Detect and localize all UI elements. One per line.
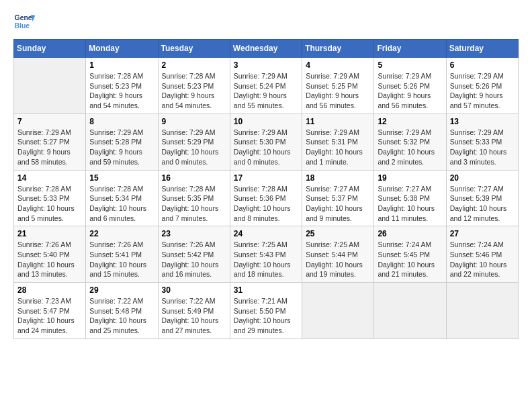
calendar-table: SundayMondayTuesdayWednesdayThursdayFrid… bbox=[13, 39, 519, 339]
calendar-week-row: 28Sunrise: 7:23 AM Sunset: 5:47 PM Dayli… bbox=[14, 283, 519, 339]
calendar-cell: 6Sunrise: 7:29 AM Sunset: 5:26 PM Daylig… bbox=[446, 58, 518, 114]
day-number: 4 bbox=[306, 60, 370, 70]
calendar-cell: 26Sunrise: 7:24 AM Sunset: 5:45 PM Dayli… bbox=[374, 226, 446, 283]
day-of-week-header: Monday bbox=[86, 40, 158, 58]
calendar-cell: 30Sunrise: 7:22 AM Sunset: 5:49 PM Dayli… bbox=[158, 283, 230, 339]
day-info: Sunrise: 7:29 AM Sunset: 5:31 PM Dayligh… bbox=[306, 128, 370, 167]
day-info: Sunrise: 7:29 AM Sunset: 5:33 PM Dayligh… bbox=[450, 128, 515, 167]
calendar-cell: 1Sunrise: 7:28 AM Sunset: 5:23 PM Daylig… bbox=[86, 58, 158, 114]
day-number: 10 bbox=[234, 117, 298, 126]
calendar-cell: 22Sunrise: 7:26 AM Sunset: 5:41 PM Dayli… bbox=[86, 226, 158, 283]
day-info: Sunrise: 7:29 AM Sunset: 5:28 PM Dayligh… bbox=[89, 128, 154, 167]
day-info: Sunrise: 7:23 AM Sunset: 5:47 PM Dayligh… bbox=[17, 296, 82, 336]
day-of-week-header: Tuesday bbox=[158, 40, 230, 58]
calendar-cell: 21Sunrise: 7:26 AM Sunset: 5:40 PM Dayli… bbox=[14, 226, 86, 283]
calendar-week-row: 7Sunrise: 7:29 AM Sunset: 5:27 PM Daylig… bbox=[14, 113, 519, 170]
logo-icon: General Blue bbox=[13, 11, 35, 32]
day-info: Sunrise: 7:29 AM Sunset: 5:27 PM Dayligh… bbox=[17, 128, 82, 167]
day-info: Sunrise: 7:28 AM Sunset: 5:36 PM Dayligh… bbox=[234, 184, 298, 224]
day-number: 17 bbox=[234, 173, 298, 183]
day-info: Sunrise: 7:26 AM Sunset: 5:41 PM Dayligh… bbox=[89, 240, 154, 279]
day-of-week-header: Wednesday bbox=[230, 40, 302, 58]
calendar-cell: 25Sunrise: 7:25 AM Sunset: 5:44 PM Dayli… bbox=[302, 226, 374, 283]
day-number: 7 bbox=[17, 117, 82, 126]
day-number: 25 bbox=[306, 229, 370, 238]
calendar-week-row: 14Sunrise: 7:28 AM Sunset: 5:33 PM Dayli… bbox=[14, 170, 519, 226]
day-info: Sunrise: 7:27 AM Sunset: 5:38 PM Dayligh… bbox=[378, 184, 442, 224]
day-number: 9 bbox=[162, 117, 226, 126]
day-info: Sunrise: 7:29 AM Sunset: 5:32 PM Dayligh… bbox=[378, 128, 442, 167]
day-number: 31 bbox=[234, 285, 298, 295]
day-number: 3 bbox=[234, 60, 298, 70]
calendar-cell: 8Sunrise: 7:29 AM Sunset: 5:28 PM Daylig… bbox=[86, 113, 158, 170]
logo: General Blue bbox=[13, 11, 35, 32]
day-info: Sunrise: 7:26 AM Sunset: 5:40 PM Dayligh… bbox=[17, 240, 82, 279]
day-number: 26 bbox=[378, 229, 442, 238]
calendar-cell: 24Sunrise: 7:25 AM Sunset: 5:43 PM Dayli… bbox=[230, 226, 302, 283]
day-number: 15 bbox=[89, 173, 154, 183]
day-info: Sunrise: 7:25 AM Sunset: 5:43 PM Dayligh… bbox=[234, 240, 298, 279]
day-number: 2 bbox=[162, 60, 226, 70]
calendar-cell: 10Sunrise: 7:29 AM Sunset: 5:30 PM Dayli… bbox=[230, 113, 302, 170]
day-info: Sunrise: 7:28 AM Sunset: 5:35 PM Dayligh… bbox=[162, 184, 226, 224]
day-info: Sunrise: 7:24 AM Sunset: 5:45 PM Dayligh… bbox=[378, 240, 442, 279]
calendar-cell: 29Sunrise: 7:22 AM Sunset: 5:48 PM Dayli… bbox=[86, 283, 158, 339]
day-number: 27 bbox=[450, 229, 515, 238]
day-info: Sunrise: 7:28 AM Sunset: 5:23 PM Dayligh… bbox=[89, 71, 154, 111]
calendar-cell: 12Sunrise: 7:29 AM Sunset: 5:32 PM Dayli… bbox=[374, 113, 446, 170]
calendar-cell bbox=[374, 283, 446, 339]
day-of-week-header: Saturday bbox=[446, 40, 518, 58]
day-info: Sunrise: 7:29 AM Sunset: 5:25 PM Dayligh… bbox=[306, 71, 370, 111]
day-number: 18 bbox=[306, 173, 370, 183]
day-info: Sunrise: 7:28 AM Sunset: 5:33 PM Dayligh… bbox=[17, 184, 82, 224]
calendar-cell: 23Sunrise: 7:26 AM Sunset: 5:42 PM Dayli… bbox=[158, 226, 230, 283]
calendar-cell: 17Sunrise: 7:28 AM Sunset: 5:36 PM Dayli… bbox=[230, 170, 302, 226]
calendar-cell: 3Sunrise: 7:29 AM Sunset: 5:24 PM Daylig… bbox=[230, 58, 302, 114]
calendar-cell: 13Sunrise: 7:29 AM Sunset: 5:33 PM Dayli… bbox=[446, 113, 518, 170]
day-info: Sunrise: 7:27 AM Sunset: 5:37 PM Dayligh… bbox=[306, 184, 370, 224]
calendar-cell bbox=[14, 58, 86, 114]
calendar-cell: 20Sunrise: 7:27 AM Sunset: 5:39 PM Dayli… bbox=[446, 170, 518, 226]
calendar-cell: 4Sunrise: 7:29 AM Sunset: 5:25 PM Daylig… bbox=[302, 58, 374, 114]
day-number: 12 bbox=[378, 117, 442, 126]
day-number: 13 bbox=[450, 117, 515, 126]
day-of-week-header: Friday bbox=[374, 40, 446, 58]
day-info: Sunrise: 7:22 AM Sunset: 5:49 PM Dayligh… bbox=[162, 296, 226, 336]
day-number: 5 bbox=[378, 60, 442, 70]
day-number: 8 bbox=[89, 117, 154, 126]
day-info: Sunrise: 7:22 AM Sunset: 5:48 PM Dayligh… bbox=[89, 296, 154, 336]
calendar-cell: 27Sunrise: 7:24 AM Sunset: 5:46 PM Dayli… bbox=[446, 226, 518, 283]
day-info: Sunrise: 7:28 AM Sunset: 5:34 PM Dayligh… bbox=[89, 184, 154, 224]
calendar-cell: 19Sunrise: 7:27 AM Sunset: 5:38 PM Dayli… bbox=[374, 170, 446, 226]
calendar-cell: 31Sunrise: 7:21 AM Sunset: 5:50 PM Dayli… bbox=[230, 283, 302, 339]
day-number: 16 bbox=[162, 173, 226, 183]
day-of-week-header: Thursday bbox=[302, 40, 374, 58]
day-number: 24 bbox=[234, 229, 298, 238]
day-number: 30 bbox=[162, 285, 226, 295]
day-number: 1 bbox=[89, 60, 154, 70]
calendar-cell: 18Sunrise: 7:27 AM Sunset: 5:37 PM Dayli… bbox=[302, 170, 374, 226]
day-info: Sunrise: 7:21 AM Sunset: 5:50 PM Dayligh… bbox=[234, 296, 298, 336]
svg-text:Blue: Blue bbox=[15, 22, 30, 30]
day-number: 23 bbox=[162, 229, 226, 238]
calendar-cell bbox=[302, 283, 374, 339]
day-info: Sunrise: 7:28 AM Sunset: 5:23 PM Dayligh… bbox=[162, 71, 226, 111]
day-of-week-header: Sunday bbox=[14, 40, 86, 58]
day-info: Sunrise: 7:29 AM Sunset: 5:26 PM Dayligh… bbox=[378, 71, 442, 111]
calendar-cell: 5Sunrise: 7:29 AM Sunset: 5:26 PM Daylig… bbox=[374, 58, 446, 114]
day-info: Sunrise: 7:27 AM Sunset: 5:39 PM Dayligh… bbox=[450, 184, 515, 224]
day-number: 14 bbox=[17, 173, 82, 183]
calendar-week-row: 1Sunrise: 7:28 AM Sunset: 5:23 PM Daylig… bbox=[14, 58, 519, 114]
day-info: Sunrise: 7:29 AM Sunset: 5:26 PM Dayligh… bbox=[450, 71, 515, 111]
calendar-cell: 15Sunrise: 7:28 AM Sunset: 5:34 PM Dayli… bbox=[86, 170, 158, 226]
day-number: 11 bbox=[306, 117, 370, 126]
day-number: 19 bbox=[378, 173, 442, 183]
calendar-week-row: 21Sunrise: 7:26 AM Sunset: 5:40 PM Dayli… bbox=[14, 226, 519, 283]
day-info: Sunrise: 7:29 AM Sunset: 5:29 PM Dayligh… bbox=[162, 128, 226, 167]
day-number: 29 bbox=[89, 285, 154, 295]
day-info: Sunrise: 7:29 AM Sunset: 5:30 PM Dayligh… bbox=[234, 128, 298, 167]
calendar-cell bbox=[446, 283, 518, 339]
day-number: 6 bbox=[450, 60, 515, 70]
day-info: Sunrise: 7:29 AM Sunset: 5:24 PM Dayligh… bbox=[234, 71, 298, 111]
day-number: 22 bbox=[89, 229, 154, 238]
